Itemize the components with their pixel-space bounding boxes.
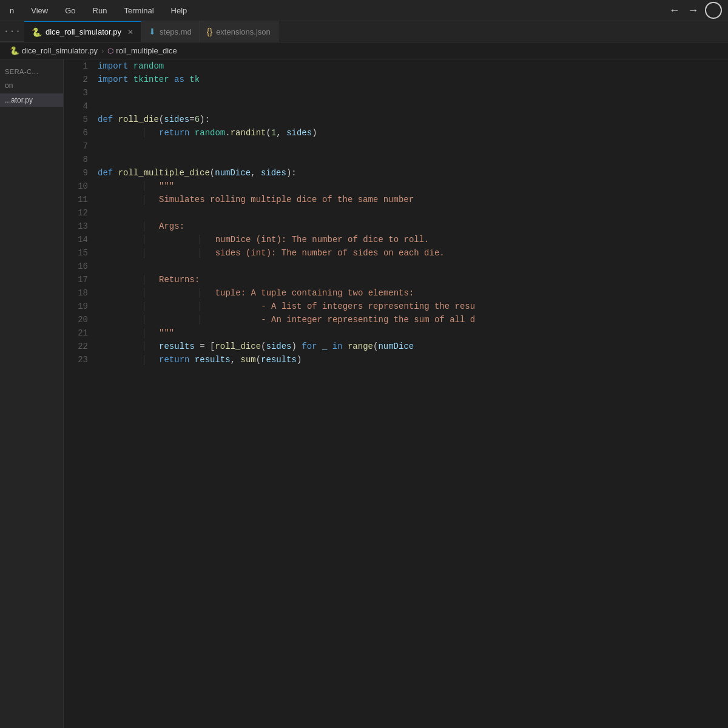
menu-run[interactable]: Run <box>89 5 111 16</box>
code-line-21: """ <box>98 326 728 340</box>
code-line-1: import random <box>98 59 728 73</box>
code-line-5: def roll_die(sides=6): <box>98 113 728 126</box>
tab-steps-md[interactable]: ⬇ steps.md <box>141 21 200 42</box>
sidebar-item-file[interactable]: ...ator.py <box>0 93 63 107</box>
code-content[interactable]: import random import tkinter as tk def r… <box>93 59 728 728</box>
code-line-2: import tkinter as tk <box>98 73 728 86</box>
breadcrumb-separator: › <box>101 46 104 55</box>
sidebar-workspace-label: SERA-C... <box>0 66 63 78</box>
code-line-14: numDice (int): The number of dice to rol… <box>98 233 728 246</box>
json-file-icon: {} <box>207 27 212 36</box>
code-line-18: tuple: A tuple containing two elements: <box>98 286 728 300</box>
code-line-23: return results, sum(results) <box>98 353 728 366</box>
tab-label-extensions: extensions.json <box>216 27 271 36</box>
breadcrumb-symbol[interactable]: roll_multiple_dice <box>116 46 177 55</box>
editor-container: SERA-C... on ...ator.py 1 2 3 4 5 6 7 8 … <box>0 59 728 728</box>
breadcrumb: 🐍 dice_roll_simulator.py › ⬡ roll_multip… <box>0 42 728 59</box>
back-button[interactable]: ← <box>667 3 681 18</box>
code-line-7 <box>98 140 728 153</box>
code-line-6: return random.randint(1, sides) <box>98 126 728 140</box>
nav-buttons: ← → <box>667 2 722 19</box>
code-line-17: Returns: <box>98 273 728 286</box>
tab-extensions-json[interactable]: {} extensions.json <box>200 21 278 42</box>
code-line-16 <box>98 260 728 273</box>
code-line-13: Args: <box>98 220 728 233</box>
tab-label-dice: dice_roll_simulator.py <box>46 27 121 36</box>
tab-dice-roll-simulator[interactable]: 🐍 dice_roll_simulator.py ✕ <box>24 21 141 42</box>
tab-bar: ··· 🐍 dice_roll_simulator.py ✕ ⬇ steps.m… <box>0 21 728 42</box>
code-line-11: Simulates rolling multiple dice of the s… <box>98 193 728 206</box>
python-file-icon: 🐍 <box>32 27 42 37</box>
breadcrumb-symbol-icon: ⬡ <box>107 47 113 55</box>
titlebar: n View Go Run Terminal Help ← → <box>0 0 728 21</box>
code-line-3 <box>98 86 728 99</box>
line-numbers: 1 2 3 4 5 6 7 8 9 10 11 12 13 14 15 16 1… <box>64 59 93 728</box>
menu-help[interactable]: Help <box>167 5 191 16</box>
code-line-4 <box>98 99 728 113</box>
sidebar-item-on[interactable]: on <box>0 79 63 92</box>
menu-terminal[interactable]: Terminal <box>120 5 157 16</box>
forward-button[interactable]: → <box>686 3 700 18</box>
profile-button[interactable] <box>705 2 722 19</box>
code-line-20: - An integer representing the sum of all… <box>98 313 728 326</box>
breadcrumb-file[interactable]: dice_roll_simulator.py <box>22 46 98 55</box>
tab-more-button[interactable]: ··· <box>0 21 24 42</box>
code-line-10: """ <box>98 180 728 193</box>
sidebar: SERA-C... on ...ator.py <box>0 59 64 728</box>
menu-view[interactable]: View <box>27 5 52 16</box>
menu-bar: n View Go Run Terminal Help <box>6 5 190 16</box>
code-line-9: def roll_multiple_dice(numDice, sides): <box>98 166 728 180</box>
tab-close-dice[interactable]: ✕ <box>127 28 133 36</box>
code-line-15: sides (int): The number of sides on each… <box>98 246 728 260</box>
code-line-8 <box>98 153 728 166</box>
md-file-icon: ⬇ <box>149 27 156 36</box>
menu-go[interactable]: Go <box>61 5 79 16</box>
tab-label-steps: steps.md <box>160 27 192 36</box>
code-line-19: - A list of integers representing the re… <box>98 300 728 313</box>
code-editor[interactable]: 1 2 3 4 5 6 7 8 9 10 11 12 13 14 15 16 1… <box>64 59 728 728</box>
code-line-22: results = [roll_dice(sides) for _ in ran… <box>98 340 728 353</box>
menu-n[interactable]: n <box>6 5 18 16</box>
code-line-12 <box>98 206 728 220</box>
breadcrumb-file-icon: 🐍 <box>10 46 19 55</box>
